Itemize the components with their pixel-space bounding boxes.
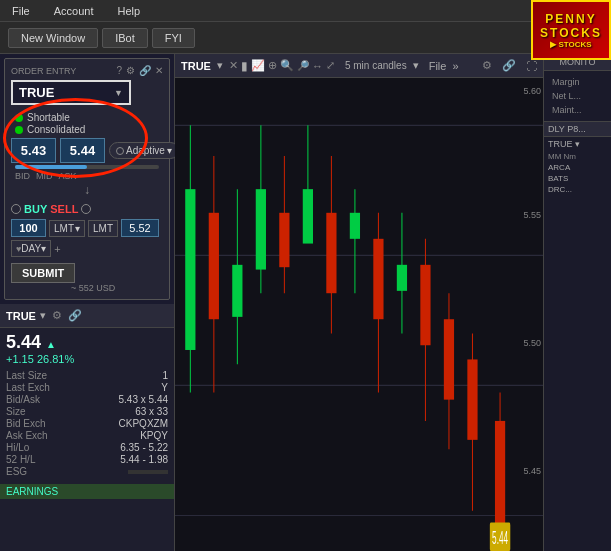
link-icon[interactable]: 🔗 xyxy=(139,65,151,76)
chart-ticker[interactable]: TRUE xyxy=(181,60,211,72)
last-size-label: Last Size xyxy=(6,370,47,381)
order-entry-panel: ORDER ENTRY ? ⚙ 🔗 ✕ TRUE Shortable xyxy=(4,58,170,300)
order-type1-arrow: ▾ xyxy=(75,223,80,234)
sell-radio[interactable] xyxy=(81,204,91,214)
help-icon[interactable]: ? xyxy=(116,65,122,76)
size-row: Size 63 x 33 xyxy=(6,406,168,417)
menu-help[interactable]: Help xyxy=(113,3,144,19)
monitor-content: Margin Net L... Maint... xyxy=(544,71,611,121)
chart-file-arrow[interactable]: » xyxy=(452,60,458,72)
chart-tool-line[interactable]: 📈 xyxy=(251,59,265,72)
chart-tool-zoom-out[interactable]: 🔎 xyxy=(297,60,309,71)
adaptive-label: Adaptive xyxy=(126,145,165,156)
ask-price-box[interactable]: 5.44 xyxy=(60,138,105,163)
svg-rect-23 xyxy=(397,265,407,291)
duration-arrow: ▾ xyxy=(41,243,46,254)
fyi-button[interactable]: FYI xyxy=(152,28,195,48)
chart-area: 5.60 5.55 5.50 5.45 xyxy=(175,78,543,551)
maint-label: Maint... xyxy=(548,103,607,117)
menu-file[interactable]: File xyxy=(8,3,34,19)
bid-ask-value: 5.43 x 5.44 xyxy=(119,394,168,405)
consolidated-dot xyxy=(15,126,23,134)
chart-timeframe-arrow[interactable]: ▾ xyxy=(413,59,419,72)
watchlist-gear-icon[interactable]: ⚙ xyxy=(52,309,62,322)
menu-account[interactable]: Account xyxy=(50,3,98,19)
watchlist-link-icon[interactable]: 🔗 xyxy=(68,309,82,322)
price-up-arrow: ▲ xyxy=(46,339,56,350)
mid-label: MID xyxy=(36,171,53,181)
bid-exch-label: Bid Exch xyxy=(6,418,45,429)
buy-label[interactable]: BUY xyxy=(24,203,47,215)
52hl-row: 52 H/L 5.44 - 1.98 xyxy=(6,454,168,465)
last-size-row: Last Size 1 xyxy=(6,370,168,381)
chart-header: TRUE ▾ ✕ ▮ 📈 ⊕ 🔍 🔎 ↔ ⤢ 5 min candles ▾ F… xyxy=(175,54,543,78)
sell-label[interactable]: SELL xyxy=(50,203,78,215)
main-content: ORDER ENTRY ? ⚙ 🔗 ✕ TRUE Shortable xyxy=(0,54,611,551)
margin-label: Margin xyxy=(548,75,607,89)
bid-ask-label: Bid/Ask xyxy=(6,394,40,405)
svg-rect-27 xyxy=(444,319,454,399)
adaptive-button[interactable]: Adaptive ▾ xyxy=(109,142,179,159)
gear-icon[interactable]: ⚙ xyxy=(126,65,135,76)
chart-file-label[interactable]: File xyxy=(429,60,447,72)
true-mm-arrow[interactable]: ▾ xyxy=(575,139,580,149)
new-window-button[interactable]: New Window xyxy=(8,28,98,48)
toolbar: New Window IBot FYI xyxy=(0,22,611,54)
mm-drc[interactable]: DRC... xyxy=(548,185,572,194)
bid-ask-row: Bid/Ask 5.43 x 5.44 xyxy=(6,394,168,405)
price-slider-track[interactable] xyxy=(15,165,159,169)
ticker-area: TRUE Shortable Consolidated xyxy=(11,80,131,138)
chart-link-icon[interactable]: 🔗 xyxy=(502,59,516,72)
mm-arca[interactable]: ARCA xyxy=(548,163,570,172)
chart-tool-cursor[interactable]: ⊕ xyxy=(268,59,277,72)
penny-stocks-banner: PENNY STOCKS ▶ STOCKS xyxy=(531,0,611,60)
watchlist-dropdown-arrow[interactable]: ▾ xyxy=(40,309,46,322)
svg-rect-11 xyxy=(256,189,266,269)
plus-icon[interactable]: + xyxy=(54,243,60,255)
bid-exch-value: CKPQXZM xyxy=(119,418,168,429)
duration-label: DAY xyxy=(21,243,41,254)
order-type-box1[interactable]: LMT ▾ xyxy=(49,220,85,237)
52hl-label: 52 H/L xyxy=(6,454,35,465)
bid-price-box[interactable]: 5.43 xyxy=(11,138,56,163)
ticker-dropdown[interactable]: TRUE xyxy=(11,80,131,105)
shortable-label: Shortable xyxy=(27,112,70,123)
true-mm-section: TRUE ▾ MM Nm ARCA BATS DRC... xyxy=(544,137,611,197)
ticker-change: +1.15 26.81% xyxy=(0,353,174,365)
mm-bats[interactable]: BATS xyxy=(548,174,568,183)
ibot-button[interactable]: IBot xyxy=(102,28,148,48)
chart-tool-move[interactable]: ↔ xyxy=(312,60,323,72)
limit-price-input[interactable]: 5.52 xyxy=(121,219,159,237)
chart-tool-arrow[interactable]: ⤢ xyxy=(326,59,335,72)
bid-mid-ask-labels: BID MID ASK xyxy=(11,171,163,181)
svg-rect-29 xyxy=(467,359,477,439)
chart-ticker-arrow[interactable]: ▾ xyxy=(217,59,223,72)
order-details-row: 100 LMT ▾ LMT 5.52 ♥ DAY ▾ + xyxy=(11,219,163,257)
candle-chart-svg: 5.44 xyxy=(175,78,543,551)
close-icon[interactable]: ✕ xyxy=(155,65,163,76)
adaptive-area: Adaptive ▾ xyxy=(109,142,179,159)
order-type-box2[interactable]: LMT xyxy=(88,220,118,237)
order-entry-header: ORDER ENTRY ? ⚙ 🔗 ✕ xyxy=(11,65,163,76)
buy-radio[interactable] xyxy=(11,204,21,214)
last-exch-label: Last Exch xyxy=(6,382,50,393)
size-value: 63 x 33 xyxy=(135,406,168,417)
chart-gear-icon[interactable]: ⚙ xyxy=(482,59,492,72)
ticker-price: 5.44 ▲ xyxy=(0,328,174,353)
duration-box[interactable]: ♥ DAY ▾ xyxy=(11,240,51,257)
esg-label: ESG xyxy=(6,466,27,477)
usd-estimate: ~ 552 USD xyxy=(11,283,163,293)
chart-tool-bar[interactable]: ▮ xyxy=(241,59,248,73)
chart-tool-zoom-in[interactable]: 🔍 xyxy=(280,59,294,72)
watchlist-ticker[interactable]: TRUE xyxy=(6,310,36,322)
order-row: BUY SELL xyxy=(11,203,163,215)
price-row: 5.43 5.44 Adaptive ▾ xyxy=(11,138,163,163)
chart-timeframe[interactable]: 5 min candles xyxy=(345,60,407,71)
chart-expand-icon[interactable]: ⛶ xyxy=(526,60,537,72)
submit-button[interactable]: SUBMIT xyxy=(11,263,75,283)
chart-tool-x[interactable]: ✕ xyxy=(229,59,238,72)
quantity-box[interactable]: 100 xyxy=(11,219,46,237)
svg-rect-19 xyxy=(350,213,360,239)
mm-nm-header: MM Nm xyxy=(548,152,576,161)
bid-exch-row: Bid Exch CKPQXZM xyxy=(6,418,168,429)
